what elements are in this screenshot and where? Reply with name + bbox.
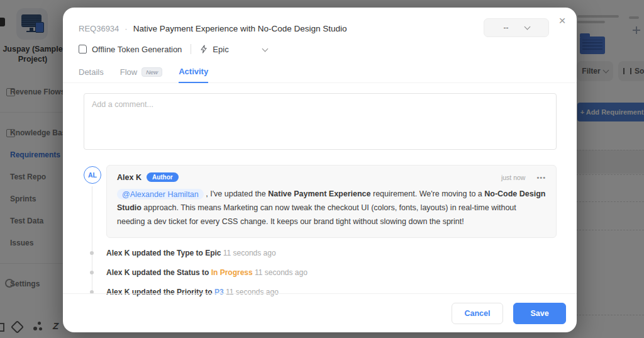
comment-timestamp: just now xyxy=(501,174,526,181)
activity-row: Alex K updated the Type to Epic 11 secon… xyxy=(106,249,557,257)
avatar[interactable]: AL xyxy=(84,166,101,184)
save-button[interactable]: Save xyxy=(513,303,566,324)
dot-separator: · xyxy=(125,24,127,33)
activity-value: In Progress xyxy=(211,268,253,277)
requirement-title: Native Payment Experience with No-Code D… xyxy=(133,24,347,33)
comment-text: @Alexander Hamiltan , I've updated the N… xyxy=(117,188,546,229)
close-icon[interactable]: × xyxy=(556,14,569,27)
activity-row: Alex K updated the Status to In Progress… xyxy=(106,268,557,277)
mention-chip[interactable]: @Alexander Hamiltan xyxy=(117,189,204,200)
comment-input[interactable]: Add a comment... xyxy=(84,93,557,150)
parent-requirement[interactable]: Offline Token Generation xyxy=(92,45,182,54)
cancel-button[interactable]: Cancel xyxy=(452,303,503,324)
activity-dot xyxy=(90,271,94,274)
chevron-down-icon xyxy=(524,24,530,30)
bolt-icon xyxy=(200,45,208,54)
more-menu-icon[interactable]: ••• xyxy=(536,174,546,181)
activity-thread: AL Alex K Author just now ••• @Alexander… xyxy=(84,165,557,296)
comment-card: Alex K Author just now ••• @Alexander Ha… xyxy=(106,165,557,238)
activity-panel: Add a comment... AL Alex K Author just n… xyxy=(63,83,577,296)
chevron-down-icon[interactable] xyxy=(262,45,268,52)
activity-dot xyxy=(90,251,94,255)
screen: Juspay (Sample Project) Revenue Flows Kn… xyxy=(0,0,644,338)
assignee-select[interactable]: -- xyxy=(484,18,549,37)
new-badge: New xyxy=(142,67,162,77)
activity-value: Epic xyxy=(205,249,221,257)
tab-activity[interactable]: Activity xyxy=(179,67,208,83)
activity-time: 11 seconds ago xyxy=(221,249,275,257)
author-name: Alex K xyxy=(117,173,142,182)
activity-time: 11 seconds ago xyxy=(253,268,308,277)
tab-bar: Details Flow New Activity xyxy=(63,54,577,83)
page-icon xyxy=(79,45,87,54)
dialog-header: REQ36934·Native Payment Experience with … xyxy=(63,8,577,34)
type-select[interactable]: Epic xyxy=(213,45,228,54)
tab-details[interactable]: Details xyxy=(79,67,104,82)
dialog-footer: Cancel Save xyxy=(63,293,577,332)
requirement-dialog: REQ36934·Native Payment Experience with … xyxy=(63,8,577,332)
tab-flow[interactable]: Flow New xyxy=(120,67,162,82)
requirement-id: REQ36934 xyxy=(79,24,119,33)
divider xyxy=(191,44,191,54)
author-badge: Author xyxy=(147,172,179,182)
timeline-line xyxy=(92,186,92,291)
